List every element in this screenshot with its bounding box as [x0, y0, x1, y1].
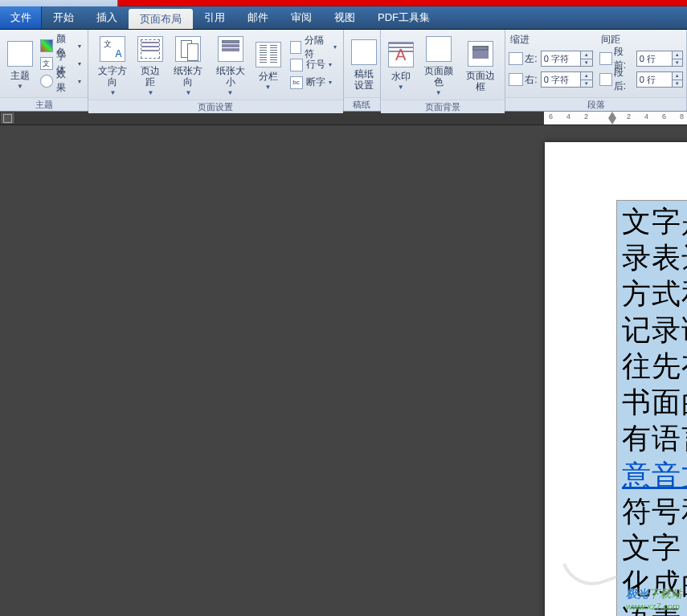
qat-area: [0, 0, 118, 6]
hyphenation-button[interactable]: bc 断字 ▾: [287, 74, 340, 92]
orientation-label: 纸张方向: [170, 65, 206, 88]
indent-right-field[interactable]: 右: 0 字符 ▲▼: [509, 70, 592, 89]
chevron-down-icon: ▼: [265, 84, 272, 91]
draft-settings-button[interactable]: 稿纸 设置: [347, 35, 381, 92]
margins-label: 页边距: [137, 65, 164, 88]
ruler-tick: 8: [680, 112, 684, 120]
document-text[interactable]: 文字是 录表达 方式和 记录语 往先有 书面的 有语言 意音文 符号和 文字， …: [617, 201, 687, 616]
draft-label1: 稿纸: [354, 68, 374, 80]
indent-title: 缩进: [509, 33, 592, 48]
columns-icon: [256, 42, 281, 67]
ruler-inactive: [15, 112, 544, 124]
effects-icon: [40, 75, 53, 88]
group-paragraph: 缩进 左: 0 字符 ▲▼ 右: 0 字符 ▲▼ 间距 段前: [505, 30, 687, 111]
orientation-button[interactable]: 纸张方向 ▼: [167, 31, 209, 98]
spacing-before-field[interactable]: 段前: 0 行 ▲▼: [599, 49, 683, 68]
page-color-button[interactable]: 页面颜色 ▼: [418, 31, 460, 98]
indent-right-spinner[interactable]: ▲▼: [581, 71, 593, 88]
horizontal-ruler[interactable]: 6 4 2 2 4 6 8: [544, 112, 687, 124]
themes-label: 主题: [10, 70, 30, 81]
ruler-tick: 4: [566, 112, 570, 120]
title-bar: [0, 0, 687, 6]
chevron-down-icon: ▾: [333, 43, 337, 51]
editor-area[interactable]: 文字是 录表达 方式和 记录语 往先有 书面的 有语言 意音文 符号和 文字， …: [0, 125, 687, 616]
hyphenation-label: 断字: [306, 75, 325, 89]
tab-view[interactable]: 视图: [323, 6, 366, 29]
page-size-label: 纸张大小: [212, 65, 247, 88]
spacing-after-label: 段后:: [614, 66, 633, 93]
tab-insert[interactable]: 插入: [85, 6, 129, 29]
indent-right-icon: [509, 73, 523, 86]
themes-button[interactable]: 主题 ▼: [3, 36, 37, 92]
document-page[interactable]: 文字是 录表达 方式和 记录语 往先有 书面的 有语言 意音文 符号和 文字， …: [545, 142, 687, 616]
group-page-setup-label: 页面设置: [88, 100, 342, 113]
indent-marker-top[interactable]: [608, 112, 616, 118]
indent-marker-bottom[interactable]: [608, 118, 616, 124]
spacing-after-field[interactable]: 段后: 0 行 ▲▼: [599, 70, 683, 89]
tab-pdf-tools[interactable]: PDF工具集: [366, 6, 441, 29]
indent-right-label: 右:: [525, 73, 537, 87]
spacing-before-value[interactable]: 0 行: [636, 51, 673, 67]
group-theme: 主题 ▼ 颜色 ▾ 文 字体 ▾ 效果 ▾: [0, 30, 88, 111]
text-frame[interactable]: 文字是 录表达 方式和 记录语 往先有 书面的 有语言 意音文 符号和 文字， …: [616, 200, 687, 616]
indent-left-field[interactable]: 左: 0 字符 ▲▼: [509, 49, 592, 68]
indent-left-spinner[interactable]: ▲▼: [581, 51, 593, 67]
tab-references[interactable]: 引用: [193, 6, 236, 29]
tab-selector[interactable]: [0, 112, 15, 124]
chevron-down-icon: ▼: [147, 89, 153, 96]
group-page-setup: 文字方向 ▼ 页边距 ▼ 纸张方向 ▼ 纸张大小 ▼ 分栏 ▼: [88, 30, 343, 111]
page-color-label: 页面颜色: [421, 65, 456, 88]
file-tab[interactable]: 文件: [0, 6, 42, 29]
breaks-icon: [290, 41, 301, 54]
group-draft: 稿纸 设置 稿纸: [344, 30, 381, 111]
tab-page-layout[interactable]: 页面布局: [129, 9, 193, 29]
watermark-brand2: 下载站: [648, 587, 682, 600]
spacing-before-spinner[interactable]: ▲▼: [673, 51, 683, 67]
columns-button[interactable]: 分栏 ▼: [251, 37, 285, 92]
theme-effects-button[interactable]: 效果 ▾: [37, 72, 84, 90]
page-size-button[interactable]: 纸张大小 ▼: [209, 31, 251, 98]
page-size-icon: [218, 36, 243, 62]
themes-icon: [7, 41, 33, 67]
indent-left-label: 左:: [525, 52, 537, 66]
chevron-down-icon: ▾: [78, 43, 81, 50]
text-direction-icon: [100, 36, 125, 62]
tab-review[interactable]: 审阅: [280, 6, 323, 29]
colors-icon: [40, 39, 53, 52]
site-watermark: 极光下载站 www.xz7.com: [626, 587, 682, 611]
ruler-bar: 6 4 2 2 4 6 8: [0, 112, 687, 125]
chevron-down-icon: ▼: [436, 89, 442, 96]
theme-effects-label: 效果: [56, 67, 76, 95]
page-border-label: 页面边框: [463, 70, 498, 92]
watermark-button[interactable]: 水印 ▼: [384, 37, 418, 92]
line-numbers-button[interactable]: 行号 ▾: [287, 56, 340, 74]
tab-mailings[interactable]: 邮件: [236, 6, 280, 29]
page-border-button[interactable]: 页面边框: [460, 36, 501, 94]
group-draft-label: 稿纸: [344, 97, 380, 111]
line-numbers-icon: [290, 59, 303, 71]
indent-left-icon: [509, 52, 523, 65]
indent-left-value[interactable]: 0 字符: [541, 51, 581, 67]
breaks-button[interactable]: 分隔符 ▾: [287, 39, 340, 56]
ruler-tick: 6: [662, 112, 666, 120]
chevron-down-icon: ▾: [78, 60, 81, 67]
columns-label: 分栏: [259, 71, 278, 82]
watermark-url: www.xz7.com: [626, 602, 682, 611]
spacing-after-spinner[interactable]: ▲▼: [673, 71, 683, 88]
chevron-down-icon: ▾: [78, 78, 81, 85]
draft-icon: [351, 39, 377, 65]
group-paragraph-label: 段落: [505, 97, 686, 111]
watermark-icon: [388, 42, 414, 67]
line-numbers-label: 行号: [306, 58, 325, 71]
spacing-after-value[interactable]: 0 行: [636, 71, 673, 88]
chevron-down-icon: ▼: [109, 89, 116, 96]
watermark-brand1: 极光: [626, 587, 648, 600]
title-bar-right: [118, 0, 687, 6]
text-direction-button[interactable]: 文字方向 ▼: [92, 31, 133, 98]
margins-button[interactable]: 页边距 ▼: [133, 31, 167, 98]
indent-right-value[interactable]: 0 字符: [541, 71, 581, 88]
ruler-tick: 2: [627, 112, 631, 120]
page-color-icon: [426, 36, 452, 62]
ribbon: 主题 ▼ 颜色 ▾ 文 字体 ▾ 效果 ▾: [0, 30, 687, 112]
tab-home[interactable]: 开始: [42, 6, 85, 29]
